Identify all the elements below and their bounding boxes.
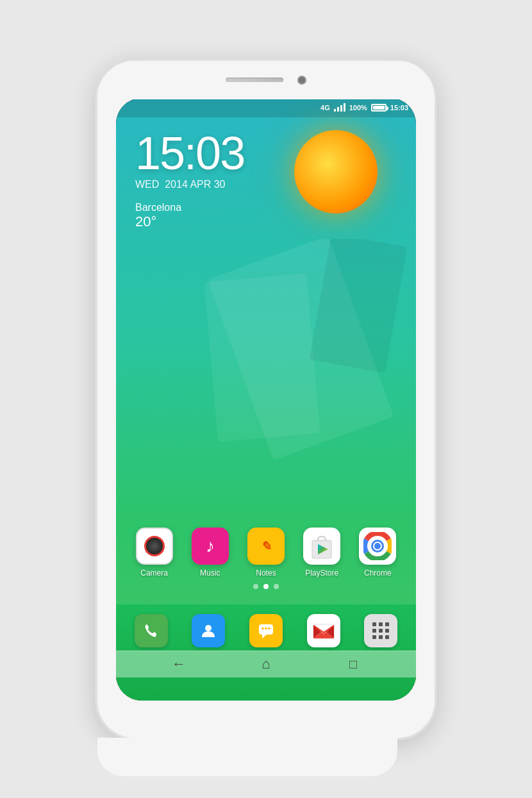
app-item-notes[interactable]: ✎ Notes — [240, 528, 292, 578]
app-grid: Camera ♪ Music ✎ Notes — [116, 528, 416, 598]
signal-icon — [334, 103, 345, 112]
app-item-playstore[interactable]: PlayStore — [296, 528, 347, 578]
dock-row — [116, 611, 416, 651]
gmail-dock-icon — [307, 614, 340, 647]
dock-item-messages[interactable] — [244, 614, 288, 647]
svg-rect-11 — [268, 628, 270, 629]
playstore-bag-icon — [310, 533, 334, 560]
music-icon-bg: ♪ — [192, 528, 229, 565]
notes-squiggle-icon: ✎ — [260, 538, 272, 554]
page-indicator — [126, 584, 406, 589]
svg-rect-9 — [262, 628, 264, 629]
wallpaper: 4G 100% 15:03 — [116, 98, 416, 701]
home-button[interactable]: ⌂ — [253, 651, 279, 677]
bottom-bezel — [97, 738, 397, 776]
app-item-music[interactable]: ♪ Music — [185, 528, 236, 578]
phone-handset-icon — [142, 622, 160, 640]
playstore-label: PlayStore — [305, 569, 338, 578]
apps-row: Camera ♪ Music ✎ Notes — [126, 528, 406, 578]
camera-lens-icon — [144, 536, 165, 556]
dock-item-contacts[interactable] — [186, 614, 231, 647]
sun-graphic — [294, 130, 378, 213]
svg-rect-10 — [265, 628, 267, 629]
phone-screen: 4G 100% 15:03 — [116, 98, 416, 701]
chrome-icon-bg — [359, 528, 396, 565]
apps-grid-icon — [364, 614, 397, 647]
status-bar: 4G 100% 15:03 — [116, 98, 416, 117]
app-item-camera[interactable]: Camera — [129, 528, 180, 578]
notes-label: Notes — [256, 569, 276, 578]
clock-status: 15:03 — [390, 104, 408, 112]
front-camera — [297, 76, 306, 85]
svg-point-5 — [374, 543, 381, 549]
bottom-dock: ← ⌂ □ — [116, 604, 416, 701]
chrome-svg-icon — [363, 532, 392, 560]
nav-bar: ← ⌂ □ — [116, 651, 416, 677]
clock-date: WED 2014 APR 30 — [135, 179, 397, 190]
camera-icon-bg — [136, 528, 173, 565]
svg-point-6 — [205, 625, 212, 631]
apps-dots — [372, 622, 389, 639]
dock-item-apps[interactable] — [358, 614, 403, 647]
battery-icon — [371, 104, 387, 112]
notes-icon-bg: ✎ — [247, 528, 285, 565]
messages-dock-icon — [249, 614, 283, 647]
dock-item-gmail[interactable] — [301, 614, 346, 647]
svg-marker-8 — [262, 635, 267, 638]
wallpaper-geometry — [116, 239, 416, 463]
contacts-person-icon — [199, 622, 217, 640]
recents-button[interactable]: □ — [340, 651, 366, 677]
back-button[interactable]: ← — [166, 651, 192, 677]
messages-bubble-icon — [257, 622, 275, 640]
music-note-icon: ♪ — [206, 536, 215, 556]
phone-device: 4G 100% 15:03 — [96, 60, 436, 739]
dot-2 — [263, 584, 269, 589]
battery-percent: 100% — [349, 104, 367, 112]
speaker-grille — [226, 78, 283, 82]
network-type: 4G — [320, 104, 330, 112]
dot-1 — [253, 584, 258, 589]
chrome-label: Chrome — [364, 569, 392, 578]
contacts-dock-icon — [192, 614, 225, 647]
app-item-chrome[interactable]: Chrome — [352, 528, 403, 578]
weather-widget: Barcelona 20° — [116, 197, 416, 235]
phone-dock-icon — [135, 614, 168, 647]
playstore-icon-bg — [303, 528, 340, 565]
dock-item-phone[interactable] — [129, 614, 174, 647]
gmail-envelope-icon — [312, 622, 335, 640]
dot-3 — [274, 584, 279, 589]
weather-temp: 20° — [135, 213, 397, 230]
music-label: Music — [200, 569, 220, 578]
camera-label: Camera — [140, 569, 168, 578]
